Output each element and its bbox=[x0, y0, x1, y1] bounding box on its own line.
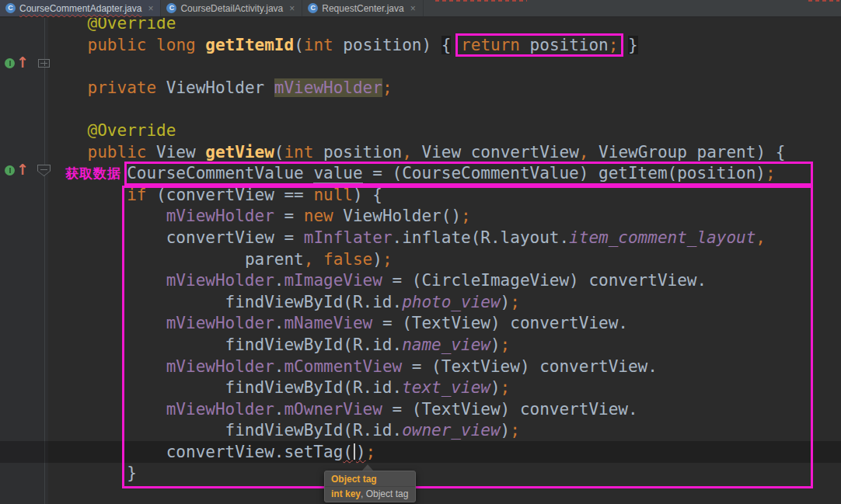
code-line: } bbox=[48, 463, 785, 485]
java-class-icon: C bbox=[166, 3, 176, 13]
code-line: convertView = mInflater.inflate(R.layout… bbox=[48, 228, 785, 249]
code-line: findViewById(R.id.text_view); bbox=[48, 377, 785, 399]
java-class-icon: C bbox=[5, 3, 16, 13]
tab-label: CourseDetailActivity.java bbox=[180, 3, 283, 14]
code-line: mViewHolder = new ViewHolder(); bbox=[48, 206, 785, 228]
code-line: CourseCommentValue value = (CourseCommen… bbox=[48, 163, 785, 185]
code-line: findViewById(R.id.photo_view); bbox=[48, 292, 785, 314]
tab-label: CourseCommentAdapter.java bbox=[19, 3, 141, 14]
code-line: mViewHolder.mNameView = (TextView) conve… bbox=[48, 313, 785, 335]
recording-marks bbox=[808, 0, 839, 2]
tooltip-param-rest: , Object tag bbox=[361, 488, 408, 499]
code-line: @Override bbox=[48, 120, 785, 142]
tooltip-overload-1: Object tag bbox=[325, 471, 415, 487]
tooltip-overload-2: int key, Object tag bbox=[325, 487, 415, 502]
overrides-method-icon[interactable] bbox=[5, 165, 15, 176]
tab-CourseCommentAdapter.java[interactable]: CCourseCommentAdapter.java× bbox=[0, 0, 161, 16]
recording-marks bbox=[435, 0, 527, 2]
code-line bbox=[48, 99, 785, 120]
ide-window: CCourseCommentAdapter.java×CCourseDetail… bbox=[0, 0, 841, 504]
editor-gutter: ↑ ↑ bbox=[0, 18, 48, 504]
overrides-method-icon[interactable] bbox=[5, 58, 15, 68]
code-line: public long getItemId(int position) { re… bbox=[48, 35, 785, 57]
navigate-up-arrow-icon[interactable]: ↑ bbox=[16, 160, 29, 179]
tab-close-icon[interactable]: × bbox=[289, 4, 295, 13]
tab-close-icon[interactable]: × bbox=[410, 4, 416, 13]
tab-CourseDetailActivity.java[interactable]: CCourseDetailActivity.java× bbox=[161, 0, 302, 16]
annotation-callout: 获取数据 bbox=[65, 165, 126, 182]
tab-RequestCenter.java[interactable]: CRequestCenter.java× bbox=[302, 0, 423, 16]
code-line: findViewById(R.id.name_view); bbox=[48, 335, 785, 356]
code-line: if (convertView == null) { bbox=[48, 185, 785, 207]
code-line: findViewById(R.id.owner_view); bbox=[48, 420, 785, 442]
code-line: mViewHolder.mOwnerView = (TextView) conv… bbox=[48, 399, 785, 421]
code-line bbox=[48, 56, 785, 78]
tab-label: RequestCenter.java bbox=[322, 3, 403, 14]
code-line: mViewHolder.mImageView = (CircleImageVie… bbox=[48, 270, 785, 292]
tooltip-current-param: int key bbox=[331, 488, 361, 499]
code-line: parent, false); bbox=[48, 249, 785, 271]
code-line: convertView.setTag(); bbox=[48, 442, 785, 464]
editor-tab-bar: CCourseCommentAdapter.java×CCourseDetail… bbox=[0, 0, 841, 18]
gutter-separator bbox=[44, 18, 45, 504]
java-class-icon: C bbox=[308, 3, 318, 13]
code-line: mViewHolder.mCommentView = (TextView) co… bbox=[48, 356, 785, 378]
code-line: private ViewHolder mViewHolder; bbox=[48, 78, 785, 99]
tab-close-icon[interactable]: × bbox=[148, 4, 153, 13]
parameter-info-tooltip: Object tag int key, Object tag bbox=[324, 471, 416, 502]
code-line: public View getView(int position, View c… bbox=[48, 142, 785, 164]
text-caret bbox=[354, 443, 355, 460]
navigate-up-arrow-icon[interactable]: ↑ bbox=[16, 53, 29, 71]
code-editor[interactable]: @Override public long getItemId(int posi… bbox=[48, 13, 785, 485]
